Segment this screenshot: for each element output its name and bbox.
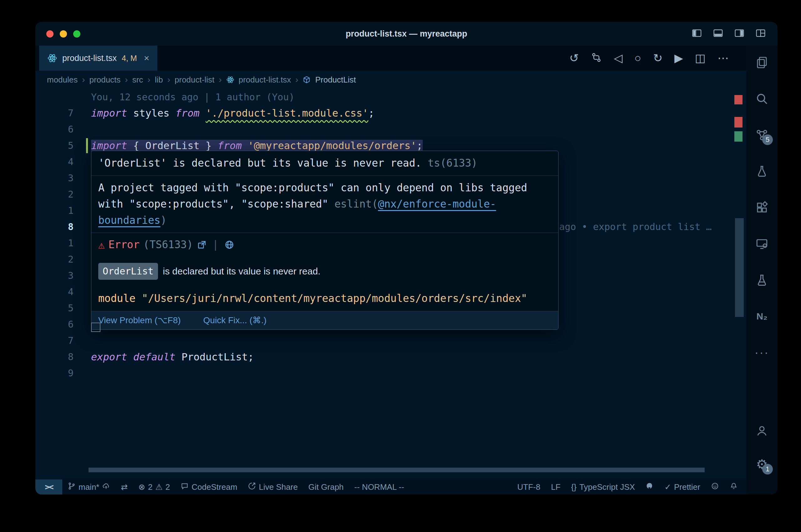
error-hover-tooltip: 'OrderList' is declared but its value is… [91, 151, 559, 330]
beaker-icon[interactable] [755, 273, 769, 287]
settings-badge: 1 [762, 464, 773, 474]
feedback-item[interactable] [706, 479, 724, 494]
customize-layout-icon[interactable] [754, 28, 767, 39]
quick-fix-button[interactable]: Quick Fix... (⌘.) [203, 314, 267, 327]
encoding-item[interactable]: UTF-8 [512, 479, 546, 494]
tab-bar: product-list.tsx 4, M × ↺ ◁ ○ ↻ ▶ ◫ [35, 46, 746, 71]
remote-indicator[interactable]: >< [35, 479, 62, 494]
search-icon[interactable] [755, 92, 769, 106]
notifications-item[interactable] [724, 479, 743, 494]
tab-label: product-list.tsx [62, 54, 117, 63]
view-problem-button[interactable]: View Problem (⌥F8) [98, 314, 181, 327]
vscode-window: product-list.tsx — myreactapp [35, 22, 778, 494]
line-number: 2 [35, 186, 91, 203]
error-label: Error [108, 238, 139, 252]
line-number: 6 [35, 316, 91, 332]
breadcrumb-symbol[interactable]: ProductList [315, 75, 356, 85]
github-octocat-icon [645, 482, 654, 492]
remote-explorer-icon[interactable] [755, 237, 769, 251]
timeline-history-icon[interactable]: ↺ [569, 53, 579, 64]
git-compare-icon[interactable] [591, 52, 602, 64]
toggle-sidebar-icon[interactable] [691, 28, 703, 39]
chevron-right-icon: › [219, 75, 221, 85]
globe-icon[interactable] [224, 240, 234, 250]
line-number: 4 [35, 154, 91, 170]
live-share-item[interactable]: Live Share [242, 479, 303, 494]
gitlens-inline-blame: ago • export product list … [559, 219, 712, 235]
run-file-icon[interactable]: ▶ [674, 53, 683, 64]
code-line-7: import styles from './product-list.modul… [91, 105, 746, 121]
split-editor-icon[interactable]: ◫ [695, 53, 706, 64]
overview-ruler-change-mark [734, 131, 743, 141]
chevron-right-icon: › [82, 75, 85, 85]
previous-change-icon[interactable]: ◁ [614, 53, 623, 64]
open-external-icon[interactable] [197, 240, 207, 250]
breadcrumb-products[interactable]: products [90, 75, 121, 85]
eol-item[interactable]: LF [546, 479, 566, 494]
warning-triangle-icon: ⚠ [98, 238, 105, 252]
extensions-icon[interactable] [755, 201, 769, 214]
symbol-cube-icon [303, 76, 311, 84]
bell-icon [730, 482, 738, 492]
line-number: 3 [35, 268, 91, 284]
react-icon [226, 76, 234, 84]
publish-cloud-icon [102, 482, 110, 492]
line-number: 1 [35, 203, 91, 219]
problems-item[interactable]: ⊗ 2 ⚠ 2 [133, 479, 175, 494]
vim-mode-indicator[interactable]: -- NORMAL -- [349, 479, 409, 494]
error-code: (TS6133) [143, 238, 193, 252]
feedback-smiley-icon [711, 482, 719, 492]
code-line-8: export default ProductList; [91, 349, 746, 365]
tab-product-list[interactable]: product-list.tsx 4, M × [39, 46, 158, 71]
line-number: 8 [35, 349, 91, 365]
line-number [35, 89, 91, 105]
nx-console-icon[interactable]: N₂ [755, 309, 769, 323]
explorer-pages-icon[interactable] [755, 56, 769, 70]
gutter-change-indicator [86, 138, 88, 153]
line-number: 5 [35, 300, 91, 316]
error-detail-body: OrderList is declared but its value is n… [91, 256, 558, 286]
line-number: 7 [35, 105, 91, 121]
git-graph-item[interactable]: Git Graph [303, 479, 349, 494]
compare-changes-item[interactable]: ⇄ [115, 479, 133, 494]
overview-ruler-error-mark [734, 117, 743, 128]
open-changes-icon[interactable]: ○ [634, 53, 641, 64]
line-number: 1 [35, 235, 91, 251]
code-editor[interactable]: You, 12 seconds ago | 1 author (You) 7 i… [35, 89, 746, 479]
settings-gear-icon[interactable]: ⚙ 1 [755, 458, 769, 471]
breadcrumb-product-list[interactable]: product-list [175, 75, 214, 85]
error-detail-header: ⚠ Error (TS6133) | [91, 232, 558, 256]
symbol-chip: OrderList [98, 263, 158, 280]
breadcrumb-file[interactable]: product-list.tsx [239, 75, 291, 85]
github-item[interactable] [640, 479, 659, 494]
toggle-secondary-sidebar-icon[interactable] [733, 28, 746, 39]
prettier-item[interactable]: ✓ Prettier [659, 479, 706, 494]
breadcrumb-modules[interactable]: modules [47, 75, 78, 85]
compare-arrows-icon: ⇄ [121, 482, 128, 492]
divider: | [213, 238, 219, 252]
breadcrumb-src[interactable]: src [132, 75, 143, 85]
activity-bar: 5 N₂ [746, 46, 778, 494]
codestream-item[interactable]: CodeStream [175, 479, 242, 494]
eslint-diagnostic-message: A project tagged with "scope:products" c… [91, 175, 558, 232]
next-change-icon[interactable]: ↻ [653, 53, 662, 64]
status-bar: >< main* ⇄ ⊗ [35, 479, 746, 494]
breadcrumb-lib[interactable]: lib [155, 75, 163, 85]
line-number: 9 [35, 365, 91, 381]
test-flask-icon[interactable] [755, 165, 769, 178]
ts-diagnostic-message: 'OrderList' is declared but its value is… [91, 151, 558, 175]
account-icon[interactable] [755, 424, 769, 438]
horizontal-scrollbar-thumb[interactable] [89, 468, 705, 472]
chevron-right-icon: › [167, 75, 170, 85]
tab-close-icon[interactable]: × [144, 53, 149, 63]
language-mode-item[interactable]: {} TypeScript JSX [566, 479, 640, 494]
breadcrumb: modules › products › src › lib › product… [35, 71, 746, 89]
module-path-line: module "/Users/juri/nrwl/content/myreact… [91, 286, 558, 311]
source-control-graph-icon[interactable]: 5 [755, 128, 769, 142]
more-actions-icon[interactable]: ⋯ [717, 53, 729, 64]
git-branch-item[interactable]: main* [62, 479, 115, 494]
more-views-icon[interactable]: ··· [755, 346, 769, 359]
warning-triangle-icon: ⚠ [156, 482, 163, 492]
vertical-scrollbar-thumb[interactable] [735, 218, 744, 317]
toggle-panel-icon[interactable] [712, 28, 724, 39]
